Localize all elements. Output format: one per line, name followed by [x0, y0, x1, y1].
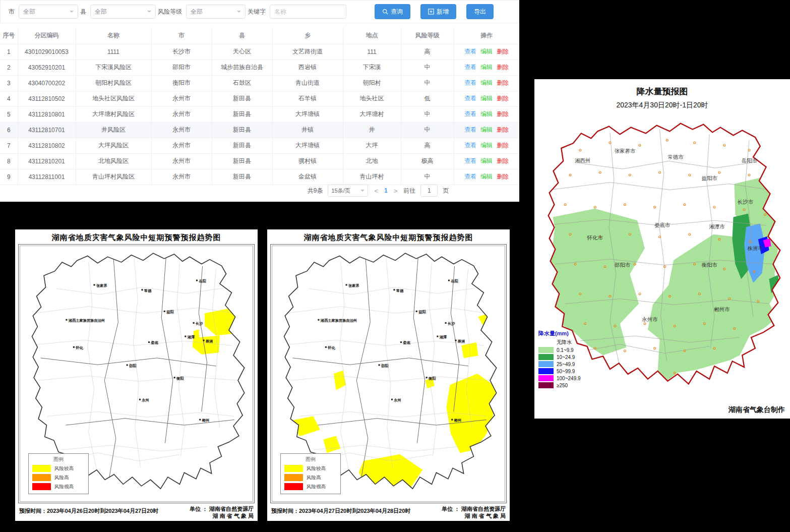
risk-zone-table: 序号 分区编码 名称 市 县 乡 地点 风险等级 操作 143010290100…: [0, 27, 519, 185]
cell-city: 永州市: [151, 122, 212, 138]
export-button[interactable]: 导出: [466, 4, 494, 19]
delete-link[interactable]: 删除: [497, 64, 509, 71]
precip-legend-swatch: [538, 375, 554, 381]
view-link[interactable]: 查看: [464, 173, 476, 180]
cell-city: 长沙市: [151, 44, 212, 60]
city-label: 湘西土家族苗族自治州: [320, 318, 357, 323]
trend-map-title: 湖南省地质灾害气象风险中短期预警预报趋势图: [15, 229, 258, 243]
risk-level-select-value: 全部: [191, 8, 203, 16]
cell-name: 地头社区风险区: [76, 91, 151, 106]
city-label: 株洲市: [747, 246, 763, 251]
edit-link[interactable]: 编辑: [480, 142, 493, 149]
view-link[interactable]: 查看: [464, 126, 476, 133]
col-header-name: 名称: [76, 27, 151, 44]
view-link[interactable]: 查看: [464, 48, 476, 55]
search-button[interactable]: 查询: [375, 4, 410, 19]
edit-link[interactable]: 编辑: [480, 48, 493, 55]
precip-legend-label: 50~99.9: [557, 369, 575, 374]
cell-city: 永州市: [151, 138, 212, 153]
delete-link[interactable]: 删除: [497, 126, 509, 133]
legend-swatch: [284, 465, 303, 472]
precip-legend-label: 0.1~9.9: [557, 347, 574, 353]
current-page[interactable]: 1: [384, 187, 388, 194]
page-size-select[interactable]: 15条/页: [328, 185, 368, 197]
cell-county: 新田县: [212, 122, 272, 138]
legend-item: 风险很高: [32, 483, 85, 490]
cell-risk: 中: [401, 75, 454, 91]
cell-city: 邵阳市: [151, 60, 212, 75]
city-label: 常德: [144, 288, 152, 293]
cell-town: 井镇: [272, 122, 343, 138]
cell-place: 井: [343, 122, 401, 138]
col-header-risk: 风险等级: [401, 27, 454, 44]
cell-place: 北地: [343, 153, 401, 169]
edit-link[interactable]: 编辑: [480, 126, 493, 133]
plus-square-icon: [428, 9, 434, 15]
map-legend: 图例 风险较高风险高风险很高: [280, 453, 341, 494]
delete-link[interactable]: 删除: [497, 173, 509, 180]
cell-town: 石羊镇: [272, 91, 343, 106]
delete-link[interactable]: 删除: [497, 79, 509, 86]
cell-county: 天心区: [212, 44, 272, 60]
precip-map-card: 降水量预报图 2023年4月30日20时-1日20时 湘西州张家界市常德市岳阳市…: [534, 79, 790, 419]
cell-no: 6: [0, 122, 18, 138]
goto-page-input[interactable]: [420, 185, 438, 197]
edit-link[interactable]: 编辑: [480, 157, 493, 164]
cell-place: 111: [343, 44, 401, 60]
cell-place: 朝阳村: [343, 75, 401, 91]
search-icon: [382, 9, 388, 15]
city-label: 益阳: [166, 310, 173, 314]
legend-title: 图例: [32, 456, 85, 463]
view-link[interactable]: 查看: [464, 79, 476, 86]
delete-link[interactable]: 删除: [497, 48, 509, 55]
cell-no: 2: [0, 60, 18, 75]
view-link[interactable]: 查看: [464, 64, 476, 71]
prev-page-button[interactable]: <: [373, 187, 379, 195]
delete-link[interactable]: 删除: [497, 142, 509, 149]
city-filter-label: 市: [9, 8, 15, 16]
cell-risk: 高: [401, 138, 454, 153]
risk-level-select[interactable]: 全部: [186, 5, 246, 19]
city-label: 娄底: [402, 340, 410, 345]
search-button-label: 查询: [391, 8, 403, 16]
city-label: 娄底: [150, 340, 158, 345]
cell-town: 大坪塘镇: [272, 138, 343, 153]
view-link[interactable]: 查看: [464, 157, 476, 164]
delete-link[interactable]: 删除: [497, 110, 509, 117]
chevron-down-icon: [70, 11, 74, 15]
city-select-value: 全部: [23, 8, 35, 16]
cell-city: 永州市: [151, 153, 212, 169]
cell-city: 永州市: [151, 106, 212, 122]
cell-actions: 查看编辑删除: [454, 91, 519, 106]
delete-link[interactable]: 删除: [497, 95, 509, 102]
delete-link[interactable]: 删除: [497, 157, 509, 164]
edit-link[interactable]: 编辑: [480, 110, 493, 117]
table-header-row: 序号 分区编码 名称 市 县 乡 地点 风险等级 操作: [0, 27, 519, 44]
forecast-time-text: 预报时间：2023年04月27日20时到2023年04月28日20时: [271, 505, 410, 520]
view-link[interactable]: 查看: [464, 110, 476, 117]
city-label: 岳阳: [450, 279, 458, 283]
city-label: 张家界: [348, 283, 360, 288]
keyword-input[interactable]: [270, 5, 346, 19]
cell-town: 大坪塘镇: [272, 106, 343, 122]
col-header-city: 市: [151, 27, 212, 44]
cell-county: 石鼓区: [212, 75, 272, 91]
col-header-actions: 操作: [454, 27, 519, 44]
cell-no: 5: [0, 106, 18, 122]
add-button[interactable]: 新增: [420, 4, 456, 19]
edit-link[interactable]: 编辑: [480, 95, 493, 102]
county-select[interactable]: 全部: [90, 5, 156, 19]
next-page-button[interactable]: >: [393, 187, 399, 195]
map-footer: 预报时间：2023年04月26日20时到2023年04月27日20时 单位 ： …: [19, 505, 254, 520]
view-link[interactable]: 查看: [464, 142, 476, 149]
city-select[interactable]: 全部: [19, 5, 78, 19]
legend-swatch: [32, 465, 51, 472]
edit-link[interactable]: 编辑: [480, 173, 493, 180]
view-link[interactable]: 查看: [464, 95, 476, 102]
legend-swatch: [32, 483, 51, 490]
precip-legend-label: 无降水: [557, 339, 572, 346]
edit-link[interactable]: 编辑: [480, 79, 493, 86]
legend-item: 风险高: [32, 474, 85, 481]
edit-link[interactable]: 编辑: [480, 64, 493, 71]
city-label: 张家界: [96, 283, 108, 288]
